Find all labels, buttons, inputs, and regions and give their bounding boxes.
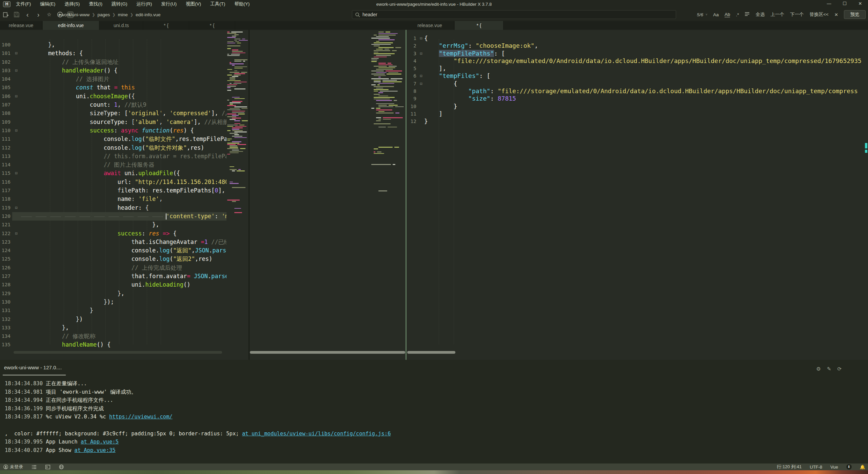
menu-item-6[interactable]: 发行(U) bbox=[161, 1, 177, 7]
code-line-7[interactable]: 7⊟ { bbox=[407, 80, 868, 87]
log-link[interactable]: at uni_modules/uview-ui/libs/config/conf… bbox=[242, 431, 391, 437]
horizontal-scrollbar[interactable] bbox=[250, 351, 405, 354]
replace-toggle-button[interactable]: 替换区<< bbox=[809, 12, 828, 18]
code-line-105[interactable]: 105 const that = this bbox=[0, 83, 226, 92]
find-next-button[interactable]: 下一个 bbox=[790, 12, 804, 18]
fold-marker[interactable]: ⊟ bbox=[12, 49, 20, 58]
code-line-131[interactable]: 131 } bbox=[0, 306, 226, 315]
fold-marker[interactable]: ⊟ bbox=[12, 66, 20, 75]
fold-marker[interactable]: ⊟ bbox=[418, 35, 424, 42]
code-line-11[interactable]: 11 ] bbox=[407, 110, 868, 118]
back-icon[interactable]: ‹ bbox=[24, 11, 31, 18]
horizontal-scrollbar[interactable] bbox=[407, 351, 455, 354]
menu-item-5[interactable]: 运行(R) bbox=[137, 1, 152, 7]
breadcrumb-item[interactable]: edit-info.vue bbox=[136, 12, 161, 17]
code-line-133[interactable]: 133 }, bbox=[0, 324, 226, 332]
code-line-123[interactable]: 123 that.isChangeAvatar =1 //已经修改头像 bbox=[0, 238, 226, 246]
close-button[interactable]: ✕ bbox=[852, 0, 868, 8]
find-previous-button[interactable]: 上一个 bbox=[770, 12, 784, 18]
log-link[interactable]: https://uviewui.com/ bbox=[109, 414, 173, 420]
log-link[interactable]: at App.vue:35 bbox=[74, 447, 115, 453]
code-line-127[interactable]: 127 that.form.avatar= JSON.parse(res.dat… bbox=[0, 272, 226, 281]
code-line-8[interactable]: 8 "path": "file:///storage/emulated/0/An… bbox=[407, 87, 868, 95]
tab--[interactable]: * { bbox=[143, 21, 189, 30]
fold-marker[interactable]: ⊟ bbox=[12, 126, 20, 135]
search-box[interactable] bbox=[352, 10, 676, 19]
minimize-button[interactable]: — bbox=[821, 0, 837, 8]
code-line-109[interactable]: 109 sourceType: ['album', 'camera'], //从… bbox=[0, 118, 226, 126]
fold-marker[interactable]: ⊟ bbox=[12, 204, 20, 212]
notification-bell-icon[interactable]: 🔔 bbox=[860, 465, 865, 470]
code-line-12[interactable]: 12} bbox=[407, 118, 868, 125]
code-line-110[interactable]: 110⊟ success: async function(res) { bbox=[0, 126, 226, 135]
outline-icon[interactable] bbox=[32, 465, 37, 469]
code-line-108[interactable]: 108 sizeType: ['original', 'compressed']… bbox=[0, 109, 226, 118]
menu-item-8[interactable]: 工具(T) bbox=[210, 1, 225, 7]
code-line-102[interactable]: 102 // 上传头像返回地址 bbox=[0, 58, 226, 66]
code-line-126[interactable]: 126 // 上传完成后处理 bbox=[0, 264, 226, 272]
code-line-101[interactable]: 101⊟ methods: { bbox=[0, 49, 226, 58]
code-line-4[interactable]: 4 "file:///storage/emulated/0/Android/da… bbox=[407, 57, 868, 65]
console-settings-icon[interactable]: ⚙ bbox=[816, 366, 821, 372]
menu-item-4[interactable]: 跳转(G) bbox=[112, 1, 127, 7]
log-link[interactable]: at App.vue:5 bbox=[81, 439, 119, 445]
code-line-111[interactable]: 111 console.log("临时文件",res.tempFilePaths… bbox=[0, 135, 226, 143]
maximize-button[interactable]: ☐ bbox=[837, 0, 852, 8]
code-line-125[interactable]: 125 console.log("返回2",res) bbox=[0, 255, 226, 263]
minimap[interactable] bbox=[226, 30, 249, 354]
code-line-122[interactable]: 122⊟ success: res => { bbox=[0, 229, 226, 238]
breadcrumb-item[interactable]: ework-uni-www bbox=[58, 12, 90, 17]
save-icon[interactable] bbox=[13, 11, 20, 18]
code-line-1[interactable]: 1⊟{ bbox=[407, 35, 868, 42]
chevron-down-icon[interactable]: ˅ bbox=[706, 13, 707, 16]
code-line-103[interactable]: 103⊟ handleHeader() { bbox=[0, 66, 226, 75]
fold-marker[interactable]: ⊟ bbox=[418, 80, 424, 87]
code-line-100[interactable]: 100 }, bbox=[0, 41, 226, 49]
tab-edit-info.vue[interactable]: edit-info.vue bbox=[43, 21, 99, 30]
fold-marker[interactable]: ⊟ bbox=[418, 50, 424, 57]
search-input[interactable] bbox=[362, 12, 634, 17]
menu-item-2[interactable]: 选择(S) bbox=[64, 1, 80, 7]
new-file-icon[interactable] bbox=[2, 11, 9, 18]
code-line-116[interactable]: 116 url: "http://114.115.156.201:48080/a… bbox=[0, 178, 226, 186]
encoding[interactable]: UTF-8 bbox=[810, 465, 822, 470]
code-line-135[interactable]: 135 handleName() { bbox=[0, 341, 226, 349]
cursor-position[interactable]: 行:120 列:41 bbox=[777, 464, 802, 470]
login-status[interactable]: 未登录 bbox=[3, 464, 23, 470]
terminal-icon[interactable] bbox=[45, 465, 50, 469]
close-search-icon[interactable]: ✕ bbox=[834, 12, 838, 17]
code-line-104[interactable]: 104 // 选择图片 bbox=[0, 75, 226, 83]
code-line-6[interactable]: 6⊟ "tempFiles": [ bbox=[407, 72, 868, 80]
star-icon[interactable]: ☆ bbox=[45, 11, 53, 18]
tab-release.vue[interactable]: release.vue bbox=[406, 21, 454, 30]
console-refresh-icon[interactable]: ⟳ bbox=[837, 366, 842, 372]
filetype[interactable]: Vue bbox=[830, 465, 838, 470]
code-line-134[interactable]: 134 // 修改昵称 bbox=[0, 332, 226, 341]
code-line-107[interactable]: 107 count: 1, //默认9 bbox=[0, 101, 226, 109]
code-line-124[interactable]: 124 console.log("返回",JSON.parse(res.data… bbox=[0, 246, 226, 255]
globe-icon[interactable] bbox=[59, 465, 64, 469]
console-tab[interactable]: ework-uni-www - 127.0.... bbox=[4, 365, 62, 370]
tab--[interactable]: * { bbox=[455, 21, 504, 30]
console-edit-icon[interactable]: ✎ bbox=[827, 366, 831, 372]
fold-marker[interactable]: ⊟ bbox=[418, 72, 424, 80]
code-line-120[interactable]: 120 'content-type': 'multipart/form-data… bbox=[0, 212, 226, 221]
menu-item-1[interactable]: 编辑(E) bbox=[40, 1, 55, 7]
code-line-119[interactable]: 119⊟ header: { bbox=[0, 204, 226, 212]
code-line-115[interactable]: 115⊟ await uni.uploadFile({ bbox=[0, 169, 226, 178]
code-line-132[interactable]: 132 }) bbox=[0, 315, 226, 324]
menu-item-9[interactable]: 帮助(Y) bbox=[234, 1, 250, 7]
select-all-button[interactable]: 全选 bbox=[755, 12, 765, 18]
tab--[interactable]: * { bbox=[190, 21, 235, 30]
preview-button[interactable]: 预览 bbox=[844, 10, 866, 19]
breadcrumb-item[interactable]: pages bbox=[97, 12, 110, 17]
code-line-9[interactable]: 9 "size": 87815 bbox=[407, 95, 868, 102]
fold-marker[interactable]: ⊟ bbox=[12, 169, 20, 178]
code-line-130[interactable]: 130 }); bbox=[0, 298, 226, 306]
code-editor-edit-info[interactable]: 100 },101⊟ methods: {102 // 上传头像返回地址103⊟… bbox=[0, 30, 226, 354]
code-line-118[interactable]: 118 name: 'file', bbox=[0, 195, 226, 203]
code-line-2[interactable]: 2 "errMsg": "chooseImage:ok", bbox=[407, 42, 868, 49]
code-line-114[interactable]: 114 // 图片上传服务器 bbox=[0, 161, 226, 169]
fold-marker[interactable]: ⊟ bbox=[12, 229, 20, 238]
menu-item-0[interactable]: 文件(F) bbox=[16, 1, 31, 7]
